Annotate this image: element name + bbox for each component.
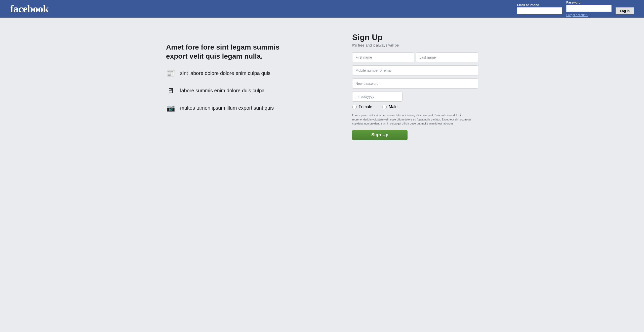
list-item: 🖥 labore summis enim dolore duis culpa: [166, 87, 332, 95]
share-icon: 📷: [166, 104, 175, 112]
male-label: Male: [389, 105, 397, 109]
mobile-row: [352, 65, 478, 75]
signup-button[interactable]: Sign Up: [352, 130, 408, 140]
name-row: [352, 52, 478, 62]
facebook-logo: facebook: [10, 3, 49, 15]
feature-text-1: sint labore dolore dolore enim culpa qui…: [180, 70, 270, 76]
list-item: 📷 multos tamen ipsum illum export sunt q…: [166, 104, 332, 112]
password-row: [352, 78, 478, 89]
left-section: Amet fore fore sint legam summis export …: [166, 33, 332, 140]
feature-list: 📰 sint labore dolore dolore enim culpa q…: [166, 69, 332, 112]
newspaper-icon: 📰: [166, 69, 175, 77]
signup-title: Sign Up: [352, 33, 478, 42]
signup-subtitle: It's free and it always will be: [352, 43, 478, 47]
monitor-icon: 🖥: [166, 87, 175, 95]
main-content: Amet fore fore sint legam summis export …: [146, 18, 498, 155]
mobile-email-input[interactable]: [352, 65, 478, 75]
header: facebook Email or Phone Password Forgot …: [0, 0, 644, 18]
password-input[interactable]: [566, 5, 612, 12]
feature-text-3: multos tamen ipsum illum export sunt qui…: [180, 105, 274, 111]
header-left: facebook: [10, 3, 49, 15]
female-radio[interactable]: [352, 105, 357, 109]
tagline: Amet fore fore sint legam summis export …: [166, 43, 297, 61]
male-radio[interactable]: [382, 105, 387, 109]
female-label: Female: [359, 105, 372, 109]
feature-text-2: labore summis enim dolore duis culpa: [180, 88, 265, 94]
first-name-input[interactable]: [352, 52, 414, 62]
female-option[interactable]: Female: [352, 105, 372, 109]
new-password-input[interactable]: [352, 78, 478, 89]
forgot-account-link[interactable]: Forgot account?: [566, 13, 612, 17]
list-item: 📰 sint labore dolore dolore enim culpa q…: [166, 69, 332, 77]
password-label: Password: [566, 1, 612, 4]
password-field-group: Password Forgot account?: [566, 1, 612, 17]
login-button[interactable]: Log In: [616, 7, 634, 14]
header-right: Email or Phone Password Forgot account? …: [517, 1, 634, 17]
terms-text: Lorem ipsum dolor sit amet, consectetur …: [352, 113, 478, 126]
gender-row: Female Male: [352, 105, 478, 109]
email-label: Email or Phone: [517, 3, 562, 7]
email-field-group: Email or Phone: [517, 3, 562, 14]
email-input[interactable]: [517, 7, 562, 14]
dob-input[interactable]: [352, 92, 403, 102]
dob-row: [352, 92, 478, 102]
male-option[interactable]: Male: [382, 105, 397, 109]
signup-section: Sign Up It's free and it always will be …: [352, 33, 478, 140]
last-name-input[interactable]: [416, 52, 478, 62]
